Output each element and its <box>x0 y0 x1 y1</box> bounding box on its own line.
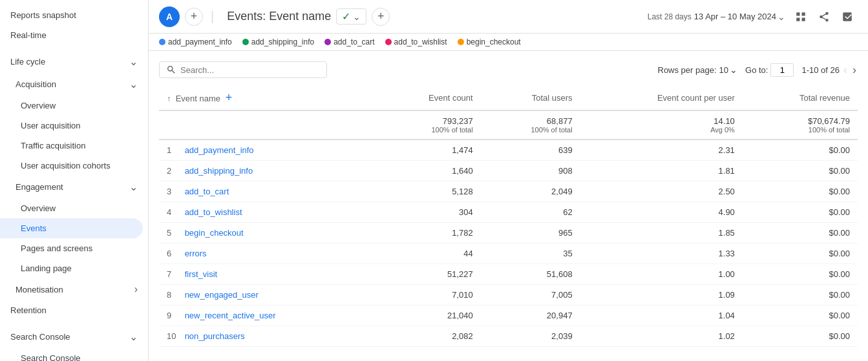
legend-dot-4 <box>458 39 464 45</box>
sidebar-item-retention[interactable]: Retention <box>0 300 143 320</box>
sidebar-group-monetisation[interactable]: Monetisation › <box>0 278 148 300</box>
legend-dot-0 <box>159 39 165 45</box>
cell-total-users: 908 <box>481 161 580 181</box>
table-row: 3 add_to_cart 5,128 2,049 2.50 $0.00 <box>159 181 858 202</box>
search-box[interactable] <box>159 61 327 78</box>
pages-screens-label: Pages and screens <box>21 243 92 253</box>
cell-revenue: $0.00 <box>743 202 858 223</box>
legend-dot-1 <box>242 39 249 45</box>
event-name-link[interactable]: add_payment_info <box>185 145 254 155</box>
acquisition-chevron: ⌄ <box>129 78 138 90</box>
cell-revenue: $0.00 <box>743 243 858 264</box>
sidebar-group-engagement[interactable]: Engagement ⌄ <box>0 176 148 198</box>
row-number: 9 <box>167 311 182 320</box>
events-label: Events <box>21 223 47 233</box>
traffic-acquisition-label: Traffic acquisition <box>21 141 85 150</box>
legend-label-2: add_to_cart <box>333 37 374 46</box>
event-name-link[interactable]: new_recent_active_user <box>185 311 276 320</box>
date-range-picker[interactable]: 13 Apr – 10 May 2024 ⌄ <box>694 12 785 22</box>
cell-revenue: $0.00 <box>743 181 858 202</box>
date-range-value: 13 Apr – 10 May 2024 <box>694 12 776 21</box>
cell-total-users: 2,039 <box>481 326 580 347</box>
cell-event-count: 1,782 <box>376 223 481 243</box>
legend-label-3: add_to_wishlist <box>394 37 447 46</box>
table-row: 10 non_purchasers 2,082 2,039 1.02 $0.00 <box>159 326 858 347</box>
data-table: ↑ Event name + Event count Total users E… <box>159 86 858 347</box>
cell-event-count: 1,640 <box>376 161 481 181</box>
lifecycle-chevron: ⌄ <box>129 56 138 68</box>
insights-icon[interactable] <box>837 6 858 27</box>
page-navigation: 1-10 of 26 ‹ › <box>801 62 858 78</box>
prev-page-button[interactable]: ‹ <box>842 62 849 78</box>
cell-ecpu: 4.90 <box>580 202 743 223</box>
sidebar-item-user-acquisition[interactable]: User acquisition <box>0 116 143 136</box>
add-column-button[interactable]: + <box>223 91 235 105</box>
col-label-event-count: Event count <box>429 93 473 103</box>
sidebar-item-traffic-acquisition[interactable]: Traffic acquisition <box>0 136 143 156</box>
rows-per-page-select[interactable]: 10 ⌄ <box>719 65 737 75</box>
go-to-label: Go to: <box>745 65 768 75</box>
eng-overview-label: Overview <box>21 203 56 213</box>
col-header-event-count[interactable]: Event count <box>376 86 481 110</box>
main-content: A + | Events: Event name ✓ ⌄ + Last 28 d… <box>149 0 868 361</box>
monetisation-label: Monetisation <box>16 285 63 294</box>
col-header-total-users[interactable]: Total users <box>481 86 580 110</box>
status-badge[interactable]: ✓ ⌄ <box>336 8 366 25</box>
sidebar-item-events[interactable]: Events <box>0 218 143 238</box>
share-icon[interactable] <box>814 6 834 27</box>
sidebar-group-acquisition[interactable]: Acquisition ⌄ <box>0 73 148 96</box>
row-number: 5 <box>167 228 182 238</box>
sidebar-item-search-console[interactable]: Search Console <box>0 348 143 361</box>
sidebar-item-real-time[interactable]: Real-time <box>0 25 143 45</box>
cell-event-name: 2 add_shipping_info <box>159 161 376 181</box>
page-info: 1-10 of 26 <box>801 65 840 75</box>
table-view-icon[interactable] <box>790 6 811 27</box>
monetisation-chevron: › <box>134 284 138 295</box>
col-header-event-name[interactable]: ↑ Event name + <box>159 86 376 110</box>
search-input[interactable] <box>180 65 310 75</box>
table-row: 5 begin_checkout 1,782 965 1.85 $0.00 <box>159 223 858 243</box>
cell-revenue: $0.00 <box>743 305 858 326</box>
event-name-link[interactable]: add_to_cart <box>185 187 229 196</box>
cell-ecpu: 2.31 <box>580 139 743 161</box>
acq-overview-label: Overview <box>21 101 56 110</box>
sidebar-item-acq-overview[interactable]: Overview <box>0 96 143 116</box>
go-to-input[interactable] <box>770 63 794 77</box>
cell-total-users: 20,947 <box>481 305 580 326</box>
cell-ecpu: 2.50 <box>580 181 743 202</box>
next-page-button[interactable]: › <box>851 62 858 78</box>
table-row: 7 first_visit 51,227 51,608 1.00 $0.00 <box>159 264 858 285</box>
col-header-ecpu[interactable]: Event count per user <box>580 86 743 110</box>
event-name-link[interactable]: add_to_wishlist <box>185 207 242 217</box>
add-comparison-button[interactable]: + <box>372 8 390 26</box>
event-name-link[interactable]: non_purchasers <box>185 331 245 341</box>
table-row: 1 add_payment_info 1,474 639 2.31 $0.00 <box>159 139 858 161</box>
event-name-link[interactable]: new_engaged_user <box>185 290 259 300</box>
sidebar-item-landing-page[interactable]: Landing page <box>0 258 143 278</box>
sidebar-section-search-console[interactable]: Search Console ⌄ <box>0 325 148 348</box>
cell-total-users: 51,608 <box>481 264 580 285</box>
sidebar-item-reports-snapshot[interactable]: Reports snapshot <box>0 5 143 25</box>
cell-event-name: 7 first_visit <box>159 264 376 285</box>
legend-dot-2 <box>324 39 331 45</box>
header-action-icons <box>790 6 858 27</box>
cell-ecpu: 1.81 <box>580 161 743 181</box>
landing-page-label: Landing page <box>21 263 72 273</box>
cell-event-name: 5 begin_checkout <box>159 223 376 243</box>
retention-label: Retention <box>10 305 47 315</box>
col-header-revenue[interactable]: Total revenue <box>743 86 858 110</box>
legend-label-4: begin_checkout <box>467 37 521 46</box>
search-console-section-label: Search Console <box>10 332 70 342</box>
event-name-link[interactable]: errors <box>185 249 207 258</box>
table-row: 6 errors 44 35 1.33 $0.00 <box>159 243 858 264</box>
cell-total-users: 7,005 <box>481 285 580 305</box>
event-name-link[interactable]: begin_checkout <box>185 228 244 238</box>
event-name-link[interactable]: add_shipping_info <box>185 166 253 176</box>
sidebar-item-eng-overview[interactable]: Overview <box>0 198 143 218</box>
sidebar-item-user-acq-cohorts[interactable]: User acquisition cohorts <box>0 156 143 176</box>
sidebar-section-lifecycle[interactable]: Life cycle ⌄ <box>0 50 148 73</box>
add-tab-button[interactable]: + <box>185 8 203 26</box>
sidebar-item-pages-screens[interactable]: Pages and screens <box>0 238 143 258</box>
cell-total-users: 62 <box>481 202 580 223</box>
event-name-link[interactable]: first_visit <box>185 269 218 279</box>
